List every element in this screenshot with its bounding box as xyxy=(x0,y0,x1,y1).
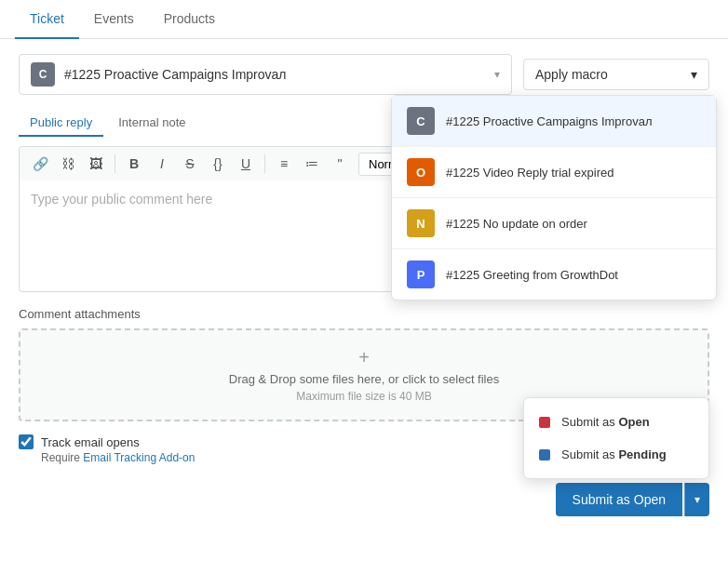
toolbar-quote-btn[interactable]: " xyxy=(327,151,353,177)
drop-zone-plus-icon: + xyxy=(358,347,370,368)
toolbar-ul-btn[interactable]: ≡ xyxy=(271,151,297,177)
top-row: C #1225 Proactive Campaigns Improvал ▾ A… xyxy=(19,54,709,95)
toolbar-divider-2 xyxy=(264,154,265,173)
submit-dropdown-open[interactable]: Submit as Open xyxy=(524,406,708,438)
apply-macro-label: Apply macro xyxy=(535,67,608,82)
ticket-dropdown-item[interactable]: P #1225 Greeting from GrowthDot xyxy=(392,249,716,300)
ticket-title-text: #1225 Proactive Campaigns Improvал xyxy=(64,67,485,82)
main-content: C #1225 Proactive Campaigns Improvал ▾ A… xyxy=(0,39,728,531)
toolbar-code-btn[interactable]: {} xyxy=(205,151,231,177)
toolbar-strikethrough-btn[interactable]: S xyxy=(177,151,203,177)
tab-ticket[interactable]: Ticket xyxy=(15,0,79,39)
drop-zone-limit-text: Maximum file size is 40 MB xyxy=(296,390,431,403)
td-avatar-o: O xyxy=(407,158,435,186)
track-checkbox[interactable] xyxy=(19,434,34,449)
apply-macro-button[interactable]: Apply macro ▾ xyxy=(523,59,709,90)
submit-dropdown: Submit as Open Submit as Pending xyxy=(523,397,709,479)
tab-events[interactable]: Events xyxy=(79,0,149,39)
td-avatar-c: C xyxy=(407,107,435,135)
toolbar-ol-btn[interactable]: ≔ xyxy=(299,151,325,177)
toolbar-divider-1 xyxy=(115,154,115,173)
ticket-dropdown: C #1225 Proactive Campaigns Improvал O #… xyxy=(391,95,717,300)
ticket-dropdown-item[interactable]: O #1225 Video Reply trial expired xyxy=(392,147,716,198)
submit-pending-label: Submit as Pending xyxy=(561,447,667,461)
track-require-text: Require xyxy=(41,451,83,464)
status-dot-open xyxy=(539,417,550,428)
tab-products[interactable]: Products xyxy=(149,0,230,39)
ticket-avatar: C xyxy=(31,62,55,87)
submit-row: Submit as Open ▾ xyxy=(19,483,709,516)
submit-main-button[interactable]: Submit as Open xyxy=(556,483,682,516)
td-text-2: #1225 Video Reply trial expired xyxy=(446,166,613,180)
toolbar-underline-btn[interactable]: U xyxy=(233,151,259,177)
track-label: Track email opens xyxy=(41,435,140,449)
td-avatar-p: P xyxy=(407,260,435,288)
td-text-4: #1225 Greeting from GrowthDot xyxy=(446,268,618,282)
status-dot-pending xyxy=(539,449,550,461)
attachments-label: Comment attachments xyxy=(19,307,709,321)
tab-public-reply[interactable]: Public reply xyxy=(19,110,103,137)
td-avatar-n: N xyxy=(407,209,435,237)
editor-placeholder: Type your public comment here xyxy=(31,192,212,207)
td-text-3: #1225 No update on order xyxy=(446,217,587,231)
td-text-1: #1225 Proactive Campaigns Improvал xyxy=(446,114,652,128)
toolbar-italic-btn[interactable]: I xyxy=(149,151,175,177)
submit-arrow-button[interactable]: ▾ xyxy=(684,483,709,516)
submit-open-label: Submit as Open xyxy=(561,415,650,429)
track-addon-link[interactable]: Email Tracking Add-on xyxy=(83,451,195,464)
ticket-selector-chevron: ▾ xyxy=(494,68,500,81)
drop-zone-text: Drag & Drop some files here, or click to… xyxy=(229,372,499,386)
tab-bar: Ticket Events Products xyxy=(0,0,728,39)
submit-dropdown-pending[interactable]: Submit as Pending xyxy=(524,438,708,471)
toolbar-image-btn[interactable]: 🖼 xyxy=(83,151,109,177)
ticket-dropdown-item[interactable]: N #1225 No update on order xyxy=(392,198,716,249)
apply-macro-chevron: ▾ xyxy=(691,67,697,82)
toolbar-unlink-btn[interactable]: ⛓ xyxy=(55,151,81,177)
ticket-dropdown-item[interactable]: C #1225 Proactive Campaigns Improvал xyxy=(392,96,716,147)
toolbar-bold-btn[interactable]: B xyxy=(121,151,147,177)
tab-internal-note[interactable]: Internal note xyxy=(107,110,196,137)
toolbar-link-btn[interactable]: 🔗 xyxy=(27,151,53,177)
ticket-selector[interactable]: C #1225 Proactive Campaigns Improvал ▾ xyxy=(19,54,512,95)
